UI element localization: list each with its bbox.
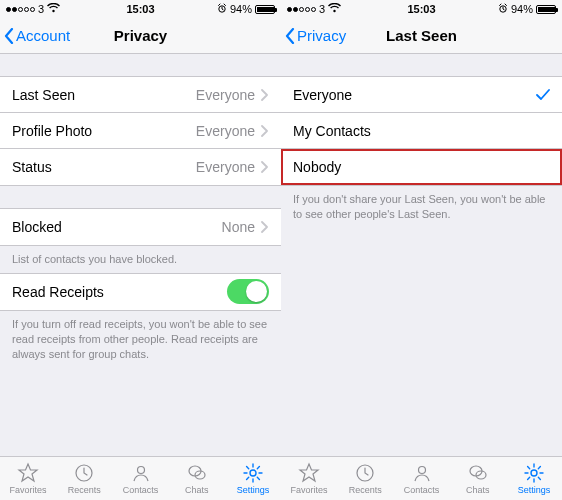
chevron-left-icon [285,28,295,44]
blocked-footer: List of contacts you have blocked. [0,246,281,273]
gear-icon [242,462,264,484]
clock-icon [73,462,95,484]
chat-icon [186,462,208,484]
read-receipts-toggle[interactable] [227,279,269,304]
last-seen-row[interactable]: Last Seen Everyone [0,77,281,113]
last-seen-footer: If you don't share your Last Seen, you w… [281,186,562,228]
status-row[interactable]: Status Everyone [0,149,281,185]
tab-label: Recents [349,485,382,495]
tab-label: Favorites [291,485,328,495]
back-label: Account [16,27,70,44]
tab-chats[interactable]: Chats [169,457,225,500]
alarm-icon [498,3,508,15]
tab-label: Contacts [404,485,440,495]
tab-contacts[interactable]: Contacts [393,457,449,500]
last-seen-options-section: Everyone My Contacts Nobody [281,76,562,186]
star-icon [17,462,39,484]
battery-pct: 94% [511,3,533,15]
privacy-options-section: Last Seen Everyone Profile Photo Everyon… [0,76,281,186]
chevron-right-icon [261,161,269,173]
read-receipts-section: Read Receipts [0,273,281,311]
contact-icon [411,462,433,484]
back-label: Privacy [297,27,346,44]
clock: 15:03 [126,3,154,15]
row-label: Read Receipts [12,284,227,300]
chevron-right-icon [261,125,269,137]
tab-contacts[interactable]: Contacts [112,457,168,500]
option-my-contacts[interactable]: My Contacts [281,113,562,149]
chevron-right-icon [261,89,269,101]
row-label: Status [12,159,196,175]
svg-point-10 [476,471,486,479]
privacy-screen: 3 15:03 94% Account Privacy Last Seen Ev… [0,0,281,500]
page-title: Privacy [114,27,167,44]
tab-favorites[interactable]: Favorites [0,457,56,500]
back-button[interactable]: Account [0,27,70,44]
wifi-icon [328,3,341,15]
profile-photo-row[interactable]: Profile Photo Everyone [0,113,281,149]
battery-pct: 94% [230,3,252,15]
page-title: Last Seen [386,27,457,44]
tab-label: Contacts [123,485,159,495]
gear-icon [523,462,545,484]
tab-settings[interactable]: Settings [506,457,562,500]
check-icon [536,89,550,101]
last-seen-screen: 3 15:03 94% Privacy Last Seen Everyone [281,0,562,500]
tab-label: Recents [68,485,101,495]
alarm-icon [217,3,227,15]
chevron-right-icon [261,221,269,233]
carrier-label: 3 [38,3,44,15]
row-value: Everyone [196,159,255,175]
nav-bar: Account Privacy [0,18,281,54]
row-label: Last Seen [12,87,196,103]
contact-icon [130,462,152,484]
tab-label: Chats [466,485,490,495]
option-everyone[interactable]: Everyone [281,77,562,113]
clock-icon [354,462,376,484]
tab-bar: Favorites Recents Contacts Chats Setting… [281,456,562,500]
tab-label: Settings [237,485,270,495]
back-button[interactable]: Privacy [281,27,346,44]
signal-dots [287,7,316,12]
tab-recents[interactable]: Recents [337,457,393,500]
row-value: Everyone [196,123,255,139]
svg-point-4 [195,471,205,479]
tab-chats[interactable]: Chats [450,457,506,500]
tab-settings[interactable]: Settings [225,457,281,500]
tab-label: Settings [518,485,551,495]
tab-label: Chats [185,485,209,495]
chevron-left-icon [4,28,14,44]
row-value: Everyone [196,87,255,103]
tab-favorites[interactable]: Favorites [281,457,337,500]
wifi-icon [47,3,60,15]
status-bar: 3 15:03 94% [281,0,562,18]
read-receipts-footer: If you turn off read receipts, you won't… [0,311,281,368]
star-icon [298,462,320,484]
svg-point-2 [137,467,144,474]
status-bar: 3 15:03 94% [0,0,281,18]
carrier-label: 3 [319,3,325,15]
blocked-row[interactable]: Blocked None [0,209,281,245]
option-label: Everyone [293,87,536,103]
signal-dots [6,7,35,12]
read-receipts-row: Read Receipts [0,274,281,310]
chat-icon [467,462,489,484]
svg-point-5 [250,470,256,476]
option-nobody[interactable]: Nobody [281,149,562,185]
option-label: My Contacts [293,123,550,139]
row-label: Profile Photo [12,123,196,139]
tab-recents[interactable]: Recents [56,457,112,500]
nav-bar: Privacy Last Seen [281,18,562,54]
row-value: None [222,219,255,235]
tab-label: Favorites [10,485,47,495]
option-label: Nobody [293,159,550,175]
blocked-section: Blocked None [0,208,281,246]
row-label: Blocked [12,219,222,235]
battery-icon [255,5,275,14]
svg-point-8 [418,467,425,474]
clock: 15:03 [407,3,435,15]
tab-bar: Favorites Recents Contacts Chats Setting… [0,456,281,500]
svg-point-11 [531,470,537,476]
battery-icon [536,5,556,14]
